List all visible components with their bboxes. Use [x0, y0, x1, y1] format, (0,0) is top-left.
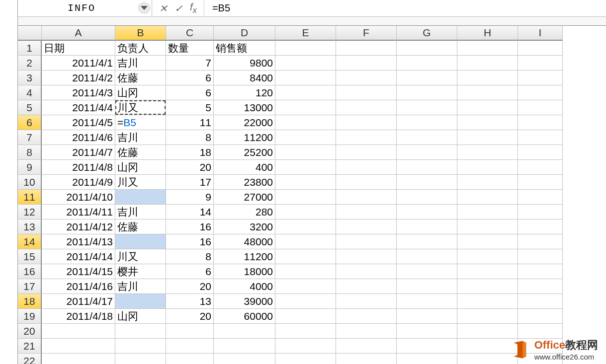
cell[interactable]: 佐藤 [115, 219, 166, 234]
name-box-dropdown[interactable] [138, 2, 151, 14]
cell[interactable] [457, 205, 518, 219]
cell[interactable] [336, 279, 397, 294]
cell[interactable] [336, 115, 397, 130]
cell[interactable] [457, 309, 518, 324]
cell[interactable] [336, 249, 397, 264]
cell[interactable] [397, 309, 457, 324]
cell[interactable]: 樱井 [115, 264, 166, 279]
cell[interactable]: 14 [166, 205, 214, 219]
cell[interactable] [275, 41, 336, 56]
fx-icon[interactable]: fx [190, 1, 197, 15]
cell[interactable]: 8400 [214, 71, 275, 85]
cell[interactable] [397, 190, 457, 205]
cell[interactable] [457, 130, 518, 145]
cell[interactable]: 2011/4/6 [42, 130, 115, 145]
cell[interactable]: 2011/4/5 [42, 115, 115, 130]
cell[interactable]: 山冈 [115, 309, 166, 324]
cell[interactable]: 2011/4/18 [42, 309, 115, 324]
cell[interactable]: 13 [166, 294, 214, 309]
cell[interactable] [518, 205, 563, 219]
cell[interactable] [397, 85, 457, 100]
cell[interactable] [166, 354, 214, 364]
cell[interactable] [275, 160, 336, 175]
cell[interactable]: 400 [214, 160, 275, 175]
cell[interactable] [518, 309, 563, 324]
cell[interactable] [166, 339, 214, 354]
cell[interactable] [518, 234, 563, 249]
cell[interactable] [518, 264, 563, 279]
cell[interactable] [518, 100, 563, 115]
row-header[interactable]: 5 [18, 100, 42, 115]
cell[interactable] [518, 145, 563, 160]
cell[interactable] [336, 354, 397, 364]
cell[interactable] [518, 160, 563, 175]
cell[interactable] [275, 71, 336, 85]
cell[interactable]: 5 [166, 100, 214, 115]
row-header[interactable]: 10 [18, 175, 42, 190]
cell[interactable] [457, 324, 518, 339]
cell[interactable] [397, 249, 457, 264]
cell[interactable]: 2011/4/7 [42, 145, 115, 160]
cell[interactable] [457, 294, 518, 309]
cell[interactable]: 39000 [214, 294, 275, 309]
cell[interactable] [397, 219, 457, 234]
cell[interactable] [518, 41, 563, 56]
cell[interactable]: 山冈 [115, 85, 166, 100]
cell[interactable] [275, 190, 336, 205]
cell[interactable] [457, 264, 518, 279]
cell[interactable]: 2011/4/8 [42, 160, 115, 175]
column-header-F[interactable]: F [336, 26, 397, 41]
cell[interactable]: 2011/4/12 [42, 219, 115, 234]
column-header-B[interactable]: B [115, 26, 166, 41]
cell[interactable]: 13000 [214, 100, 275, 115]
row-header[interactable]: 9 [18, 160, 42, 175]
column-header-A[interactable]: A [42, 26, 115, 41]
row-header[interactable]: 20 [18, 324, 42, 339]
cell[interactable]: 16 [166, 234, 214, 249]
cell[interactable] [336, 219, 397, 234]
cell[interactable] [115, 234, 166, 249]
cell[interactable] [336, 41, 397, 56]
cell[interactable] [518, 324, 563, 339]
cell[interactable] [397, 160, 457, 175]
cell[interactable] [275, 145, 336, 160]
cell[interactable] [397, 234, 457, 249]
cell[interactable] [275, 130, 336, 145]
cell[interactable]: 佐藤 [115, 71, 166, 85]
cell[interactable]: 2011/4/13 [42, 234, 115, 249]
cell[interactable] [336, 100, 397, 115]
cell[interactable] [275, 279, 336, 294]
cell[interactable]: 20 [166, 279, 214, 294]
cell[interactable] [336, 71, 397, 85]
cell[interactable] [275, 264, 336, 279]
row-header[interactable]: 11 [18, 190, 42, 205]
cell[interactable]: 7 [166, 56, 214, 71]
cell[interactable] [457, 41, 518, 56]
column-header-I[interactable]: I [518, 26, 563, 41]
cell[interactable] [397, 41, 457, 56]
cell[interactable] [275, 234, 336, 249]
cell[interactable] [518, 219, 563, 234]
cell[interactable]: 山冈 [115, 160, 166, 175]
formula-input[interactable]: =B5 [204, 0, 606, 16]
cell[interactable] [115, 339, 166, 354]
cell[interactable] [214, 324, 275, 339]
cell[interactable]: 20 [166, 160, 214, 175]
cell[interactable] [336, 264, 397, 279]
row-header[interactable]: 4 [18, 85, 42, 100]
cell[interactable]: 18000 [214, 264, 275, 279]
cell[interactable] [457, 71, 518, 85]
column-header-G[interactable]: G [397, 26, 457, 41]
cell[interactable] [336, 324, 397, 339]
cell[interactable] [397, 294, 457, 309]
row-header[interactable]: 6 [18, 115, 42, 130]
cell[interactable]: 48000 [214, 234, 275, 249]
cell[interactable] [457, 175, 518, 190]
cell[interactable]: 20 [166, 309, 214, 324]
row-header[interactable]: 15 [18, 249, 42, 264]
cell[interactable]: 9 [166, 190, 214, 205]
cell[interactable] [115, 294, 166, 309]
cell[interactable] [518, 175, 563, 190]
cell[interactable] [42, 354, 115, 364]
cell[interactable] [275, 219, 336, 234]
